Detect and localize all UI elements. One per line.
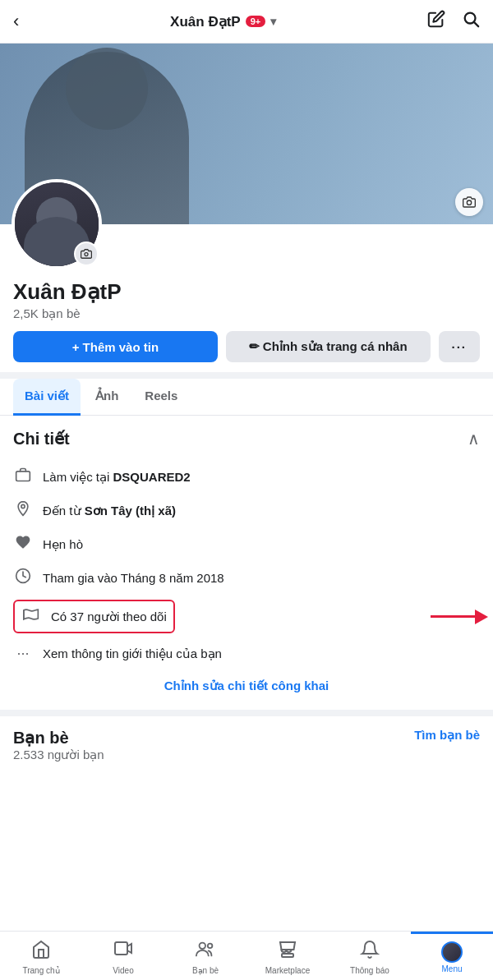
clock-icon <box>13 568 33 588</box>
nav-title-area: Xuân ĐạtP 9+ ▾ <box>170 13 276 30</box>
bottom-nav-menu[interactable]: Menu <box>411 932 493 980</box>
home-icon <box>31 940 51 964</box>
svg-point-2 <box>467 200 471 205</box>
followers-text: Có 37 người theo dõi <box>51 610 167 624</box>
chevron-down-icon[interactable]: ▾ <box>270 15 276 28</box>
work-icon <box>13 467 33 487</box>
tab-photos[interactable]: Ảnh <box>84 379 130 416</box>
profile-info: Xuân ĐạtP 2,5K bạn bè <box>0 269 493 321</box>
details-section: Chi tiết ∧ Làm việc tại DSQUARED2 Đến từ… <box>0 416 493 710</box>
section-divider <box>0 372 493 379</box>
bottom-nav-friends[interactable]: Bạn bè <box>164 932 246 980</box>
details-title: Chi tiết <box>13 429 70 449</box>
bottom-nav-home[interactable]: Trang chủ <box>0 932 82 980</box>
video-label: Video <box>113 966 133 975</box>
find-friends-link[interactable]: Tìm bạn bè <box>414 728 480 743</box>
detail-more-info: ··· Xem thông tin giới thiệu của bạn <box>13 638 480 669</box>
followers-icon <box>21 606 41 627</box>
detail-work: Làm việc tại DSQUARED2 <box>13 460 480 494</box>
svg-marker-8 <box>127 944 131 953</box>
search-icon[interactable] <box>462 10 480 33</box>
followers-row: Có 37 người theo dõi <box>13 595 480 638</box>
svg-point-10 <box>208 943 213 948</box>
tab-posts[interactable]: Bài viết <box>13 379 81 416</box>
profile-name: Xuân ĐạtP <box>13 279 480 305</box>
action-buttons: + Thêm vào tin ✏ Chỉnh sửa trang cá nhân… <box>0 321 493 372</box>
svg-rect-4 <box>16 472 30 481</box>
relationship-text: Hẹn hò <box>43 537 83 552</box>
profile-tabs: Bài viết Ảnh Reels <box>0 379 493 416</box>
dots-icon: ··· <box>13 645 33 662</box>
home-label: Trang chủ <box>22 966 59 975</box>
joined-text: Tham gia vào Tháng 8 năm 2018 <box>43 571 224 585</box>
heart-icon <box>13 534 33 554</box>
svg-rect-7 <box>115 942 127 955</box>
friends-nav-label: Bạn bè <box>192 966 219 975</box>
svg-rect-11 <box>282 954 293 957</box>
cover-camera-button[interactable] <box>455 188 483 216</box>
more-info-text: Xem thông tin giới thiệu của bạn <box>43 646 222 661</box>
bell-icon <box>360 940 380 964</box>
cover-section <box>0 44 493 269</box>
notifications-label: Thông báo <box>350 966 389 975</box>
menu-label: Menu <box>441 964 462 973</box>
marketplace-icon <box>278 940 297 964</box>
svg-line-1 <box>474 22 478 26</box>
edit-public-details-button[interactable]: Chỉnh sửa chi tiết công khai <box>13 669 480 697</box>
friends-header: Bạn bè 2.533 người bạn Tìm bạn bè <box>13 728 480 762</box>
video-icon <box>113 940 133 964</box>
add-to-story-button[interactable]: + Thêm vào tin <box>13 331 218 362</box>
friends-section: Bạn bè 2.533 người bạn Tìm bạn bè <box>0 710 493 774</box>
bottom-nav-video[interactable]: Video <box>82 932 164 980</box>
svg-point-5 <box>21 504 25 508</box>
top-navigation: ‹ Xuân ĐạtP 9+ ▾ <box>0 0 493 44</box>
nav-actions <box>427 10 480 33</box>
bottom-navigation: Trang chủ Video Bạn bè Marketplace Thông… <box>0 931 493 980</box>
arrow-indicator <box>431 610 488 624</box>
svg-point-3 <box>85 253 88 256</box>
avatar-container <box>12 179 102 269</box>
edit-icon[interactable] <box>427 10 445 33</box>
svg-point-9 <box>200 942 205 948</box>
notification-badge: 9+ <box>246 16 266 27</box>
detail-relationship: Hẹn hò <box>13 527 480 561</box>
tab-reels[interactable]: Reels <box>133 379 189 416</box>
collapse-details-button[interactable]: ∧ <box>468 429 480 449</box>
friends-icon <box>195 940 216 964</box>
friends-title-area: Bạn bè 2.533 người bạn <box>13 728 104 762</box>
profile-friends-count: 2,5K bạn bè <box>13 306 480 321</box>
marketplace-label: Marketplace <box>265 966 310 975</box>
friends-title: Bạn bè <box>13 728 104 748</box>
nav-title: Xuân ĐạtP <box>170 13 241 30</box>
location-icon <box>13 500 33 521</box>
work-text: Làm việc tại DSQUARED2 <box>43 470 191 485</box>
edit-profile-button[interactable]: ✏ Chỉnh sửa trang cá nhân <box>226 331 431 362</box>
detail-hometown: Đến từ Sơn Tây (thị xã) <box>13 494 480 527</box>
details-header: Chi tiết ∧ <box>13 429 480 449</box>
more-options-button[interactable]: ··· <box>439 331 481 362</box>
bottom-nav-marketplace[interactable]: Marketplace <box>246 932 329 980</box>
menu-avatar <box>441 941 463 963</box>
friends-count: 2.533 người bạn <box>13 748 104 762</box>
avatar-camera-button[interactable] <box>74 242 99 266</box>
followers-highlight: Có 37 người theo dõi <box>13 600 175 633</box>
detail-joined: Tham gia vào Tháng 8 năm 2018 <box>13 561 480 595</box>
bottom-nav-notifications[interactable]: Thông báo <box>329 932 411 980</box>
hometown-text: Đến từ Sơn Tây (thị xã) <box>43 504 176 518</box>
back-button[interactable]: ‹ <box>13 11 19 32</box>
